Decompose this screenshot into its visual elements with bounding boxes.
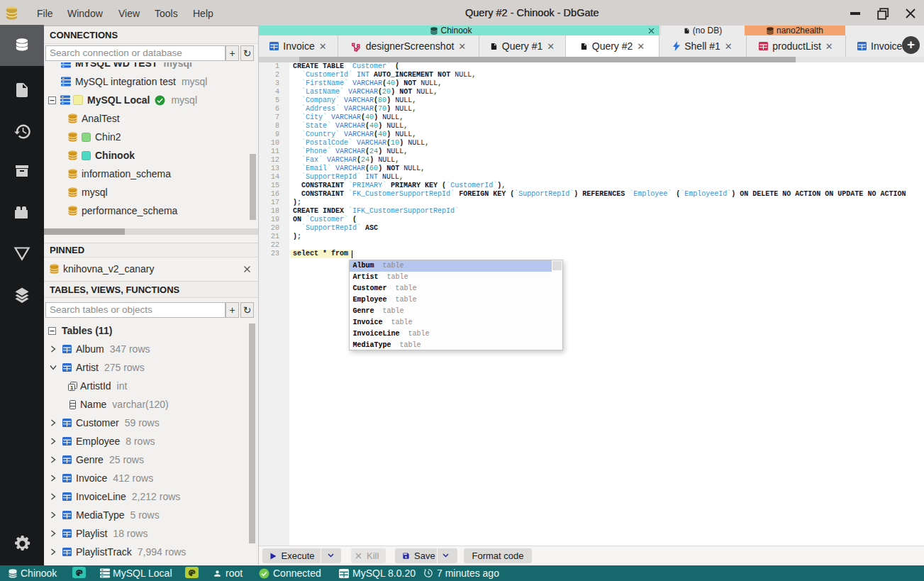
svg-text:1: 1 bbox=[70, 384, 74, 391]
